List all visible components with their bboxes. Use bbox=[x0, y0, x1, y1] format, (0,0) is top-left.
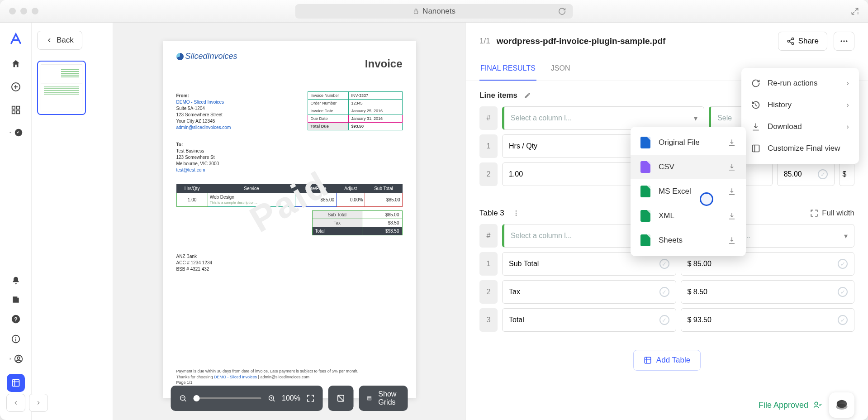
download-icon bbox=[728, 212, 736, 220]
dl-excel[interactable]: MS Excel bbox=[631, 179, 746, 204]
bell-icon[interactable] bbox=[11, 276, 20, 285]
row-num: 2 bbox=[479, 280, 498, 304]
svg-rect-30 bbox=[753, 145, 759, 152]
svg-point-18 bbox=[787, 40, 790, 43]
cell[interactable]: Total✓ bbox=[502, 308, 676, 332]
thumb-next[interactable] bbox=[29, 394, 48, 412]
row-num: # bbox=[479, 224, 498, 248]
expand-window-icon[interactable] bbox=[851, 7, 859, 15]
refresh-icon bbox=[751, 79, 760, 88]
thumbnail-column: Back bbox=[32, 23, 113, 420]
menu-rerun[interactable]: Re-run actions › bbox=[741, 72, 859, 94]
chat-widget[interactable] bbox=[829, 392, 854, 418]
info-icon[interactable] bbox=[11, 334, 21, 344]
svg-point-6 bbox=[14, 129, 22, 137]
layout-icon bbox=[751, 144, 760, 153]
cell[interactable]: $ 93.50✓ bbox=[681, 308, 855, 332]
svg-point-24 bbox=[515, 213, 517, 214]
rotate-button[interactable] bbox=[328, 386, 354, 411]
svg-rect-2 bbox=[12, 106, 14, 109]
svg-point-23 bbox=[515, 210, 517, 212]
invoice-meta: Invoice NumberINV-3337 Order Number12345… bbox=[308, 91, 403, 130]
file-approved-badge[interactable]: File Approved bbox=[759, 401, 822, 410]
svg-rect-16 bbox=[368, 396, 371, 400]
menu-customize[interactable]: Customize Final view bbox=[741, 138, 859, 159]
back-button[interactable]: Back bbox=[37, 31, 82, 50]
grid-icon bbox=[367, 394, 372, 402]
edit-icon[interactable] bbox=[524, 92, 531, 99]
row-num: 1 bbox=[479, 252, 498, 276]
svg-point-20 bbox=[841, 40, 842, 42]
dl-original[interactable]: Original File bbox=[631, 130, 746, 155]
zoom-in-icon[interactable] bbox=[267, 394, 275, 402]
app-logo[interactable] bbox=[9, 32, 23, 46]
titlebar: Nanonets bbox=[0, 0, 868, 23]
share-button[interactable]: Share bbox=[778, 32, 827, 51]
download-icon bbox=[728, 236, 736, 244]
tab-final-results[interactable]: FINAL RESULTS bbox=[479, 60, 536, 81]
dl-csv[interactable]: CSV bbox=[631, 155, 746, 179]
extract-icon[interactable] bbox=[7, 374, 25, 392]
add-table-button[interactable]: Add Table bbox=[633, 350, 701, 371]
summary-table: Sub Total$85.00 Tax$8.50 Total$93.50 bbox=[312, 210, 403, 235]
svg-rect-4 bbox=[12, 111, 14, 114]
apps-icon[interactable] bbox=[11, 105, 21, 115]
close-dot[interactable] bbox=[9, 8, 16, 14]
expand-icon bbox=[810, 209, 818, 217]
zoom-value: 100% bbox=[282, 394, 300, 402]
download-icon bbox=[728, 163, 736, 171]
tab-json[interactable]: JSON bbox=[550, 60, 571, 81]
file-icon bbox=[640, 137, 650, 148]
table-icon bbox=[644, 356, 652, 364]
chat-icon bbox=[835, 398, 849, 412]
docs-icon[interactable] bbox=[11, 295, 20, 304]
show-grids-button[interactable]: Show Grids bbox=[359, 386, 408, 411]
sheets-icon bbox=[640, 234, 650, 246]
svg-text:?: ? bbox=[14, 316, 18, 323]
svg-point-19 bbox=[792, 43, 794, 45]
svg-rect-0 bbox=[414, 11, 417, 14]
max-dot[interactable] bbox=[32, 8, 38, 14]
cell[interactable]: Tax✓ bbox=[502, 280, 676, 304]
download-icon bbox=[751, 122, 760, 131]
menu-history[interactable]: History › bbox=[741, 94, 859, 116]
lock-icon bbox=[413, 8, 419, 14]
download-icon bbox=[728, 187, 736, 196]
svg-point-22 bbox=[846, 40, 847, 42]
history-icon bbox=[751, 100, 760, 110]
svg-point-29 bbox=[836, 404, 848, 410]
reload-icon[interactable] bbox=[558, 7, 566, 15]
cell[interactable]: $ 8.50✓ bbox=[681, 280, 855, 304]
account-icon[interactable] bbox=[8, 354, 24, 364]
add-icon[interactable] bbox=[10, 81, 21, 92]
invoice-document[interactable]: SlicedInvoices Invoice Invoice NumberINV… bbox=[163, 41, 416, 398]
table3-menu[interactable] bbox=[512, 210, 520, 217]
full-width-toggle[interactable]: Full width bbox=[810, 209, 854, 218]
dl-xml[interactable]: XML bbox=[631, 204, 746, 228]
more-button[interactable] bbox=[834, 32, 854, 51]
cell[interactable]: $ bbox=[839, 162, 854, 186]
zoom-control[interactable]: 100% bbox=[171, 386, 323, 411]
address-bar[interactable]: Nanonets bbox=[295, 4, 573, 19]
more-menu: Re-run actions › History › Download › Cu… bbox=[741, 68, 859, 164]
svg-rect-3 bbox=[16, 106, 19, 109]
thumb-prev[interactable] bbox=[6, 394, 25, 412]
min-dot[interactable] bbox=[20, 8, 27, 14]
home-icon[interactable] bbox=[11, 59, 21, 69]
page-indicator: 1/1 bbox=[479, 37, 490, 46]
svg-rect-26 bbox=[645, 357, 651, 363]
help-icon[interactable]: ? bbox=[11, 314, 21, 324]
page-thumbnail[interactable] bbox=[37, 61, 86, 115]
window-controls[interactable] bbox=[9, 8, 38, 14]
side-rail: ? bbox=[0, 23, 32, 420]
menu-download[interactable]: Download › bbox=[741, 116, 859, 138]
svg-point-27 bbox=[815, 402, 818, 405]
zoom-out-icon[interactable] bbox=[179, 394, 187, 402]
svg-point-17 bbox=[792, 38, 794, 40]
dl-sheets[interactable]: Sheets bbox=[631, 228, 746, 253]
approved-icon bbox=[813, 401, 822, 410]
zoom-slider[interactable] bbox=[193, 397, 261, 399]
explore-icon[interactable] bbox=[8, 128, 24, 138]
fullscreen-icon[interactable] bbox=[307, 394, 315, 402]
cell[interactable]: 85.00✓ bbox=[777, 162, 835, 186]
